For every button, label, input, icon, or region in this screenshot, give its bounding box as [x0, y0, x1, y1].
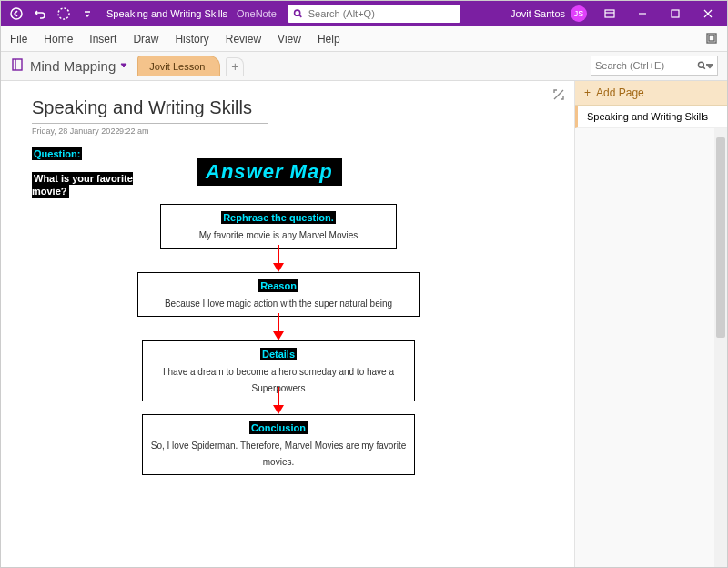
app-window: Speaking and Writing Skills - OneNote Jo…	[0, 0, 728, 568]
search-scope-dropdown[interactable]	[706, 59, 713, 73]
question-label: Question:	[32, 148, 82, 159]
window-title: Speaking and Writing Skills - OneNote	[106, 8, 277, 19]
page-title[interactable]: Speaking and Writing Skills	[32, 97, 252, 118]
quick-access-toolbar	[1, 4, 97, 24]
page-time[interactable]: 9:22 am	[119, 127, 149, 136]
avatar[interactable]: JS	[571, 5, 587, 22]
maximize-button[interactable]	[660, 1, 691, 26]
box-heading: Details	[260, 348, 297, 360]
svg-rect-4	[672, 10, 679, 17]
undo-button[interactable]	[30, 4, 50, 24]
svg-point-2	[294, 10, 299, 15]
tab-help[interactable]: Help	[318, 33, 340, 46]
box-reason: Reason Because I love magic action with …	[137, 272, 420, 317]
page-list-empty	[575, 128, 727, 567]
svg-point-1	[58, 8, 69, 19]
svg-rect-3	[605, 10, 614, 17]
tab-history[interactable]: History	[175, 33, 208, 46]
box-heading: Conclusion	[249, 421, 308, 434]
notebook-nav: Mind Mapping Jovit Lesson +	[1, 52, 727, 81]
add-page-button[interactable]: + Add Page	[575, 81, 727, 106]
page-list-panel: + Add Page Speaking and Writing Skills	[574, 81, 727, 567]
search-icon	[697, 60, 706, 71]
svg-rect-6	[709, 36, 714, 41]
box-rephrase: Rephrase the question. My favorite movie…	[160, 204, 397, 248]
title-underline	[32, 123, 268, 124]
tab-view[interactable]: View	[278, 33, 301, 46]
svg-marker-12	[273, 331, 284, 340]
notebook-name[interactable]: Mind Mapping	[30, 58, 116, 74]
tab-home[interactable]: Home	[44, 33, 73, 46]
page-list-item[interactable]: Speaking and Writing Skills	[575, 106, 727, 128]
section-tab-active[interactable]: Jovit Lesson	[137, 56, 220, 76]
svg-marker-10	[273, 263, 284, 272]
tab-insert[interactable]: Insert	[89, 33, 116, 46]
titlebar-right: Jovit Santos JS	[511, 1, 727, 26]
tab-review[interactable]: Review	[226, 33, 261, 46]
scrollbar-vertical[interactable]	[714, 128, 727, 567]
question-text: What is your favorite movie?	[32, 172, 141, 198]
scrollbar-thumb[interactable]	[716, 137, 725, 338]
expand-canvas-button[interactable]	[552, 88, 565, 105]
notebook-icon	[10, 57, 25, 75]
notebook-dropdown[interactable]	[119, 59, 128, 73]
ribbon-tabs: File Home Insert Draw History Review Vie…	[1, 26, 727, 52]
box-conclusion: Conclusion So, I love Spiderman. Therefo…	[142, 414, 415, 475]
page-canvas[interactable]: Speaking and Writing Skills Friday, 28 J…	[1, 81, 574, 567]
add-page-label: Add Page	[596, 86, 644, 99]
box-text: My favorite movie is any Marvel Movies	[199, 230, 359, 240]
doc-name: Speaking and Writing Skills	[106, 8, 228, 19]
tell-me-input[interactable]	[308, 8, 455, 19]
back-button[interactable]	[6, 4, 26, 24]
page-search[interactable]	[591, 56, 718, 76]
add-section-button[interactable]: +	[226, 57, 244, 76]
minimize-button[interactable]	[627, 1, 658, 26]
title-bar: Speaking and Writing Skills - OneNote Jo…	[1, 1, 727, 26]
tab-file[interactable]: File	[10, 33, 27, 46]
page-date[interactable]: Friday, 28 January 2022	[32, 127, 119, 136]
close-button[interactable]	[693, 1, 723, 26]
svg-marker-14	[273, 405, 284, 414]
full-page-view-button[interactable]	[705, 32, 718, 47]
customize-qat-dropdown[interactable]	[77, 4, 97, 24]
page-search-input[interactable]	[595, 60, 697, 71]
ribbon-display-button[interactable]	[594, 1, 625, 26]
answer-map-heading: Answer Map	[197, 158, 342, 186]
box-text: So, I love Spiderman. Therefore, Marvel …	[151, 441, 406, 467]
arrow-down-icon	[269, 245, 288, 272]
svg-rect-7	[13, 59, 22, 70]
box-heading: Reason	[258, 279, 298, 292]
tab-draw[interactable]: Draw	[133, 33, 158, 46]
user-name[interactable]: Jovit Santos	[511, 8, 565, 19]
content-area: Speaking and Writing Skills Friday, 28 J…	[1, 81, 727, 567]
box-heading: Rephrase the question.	[221, 211, 336, 224]
tell-me-search[interactable]	[288, 5, 460, 23]
search-icon	[293, 8, 303, 19]
svg-point-0	[11, 8, 22, 19]
arrow-down-icon	[269, 313, 288, 340]
box-text: Because I love magic action with the sup…	[165, 299, 392, 309]
plus-icon: +	[584, 86, 591, 99]
redo-button[interactable]	[54, 4, 74, 24]
svg-point-8	[698, 62, 703, 67]
arrow-down-icon	[269, 387, 288, 414]
